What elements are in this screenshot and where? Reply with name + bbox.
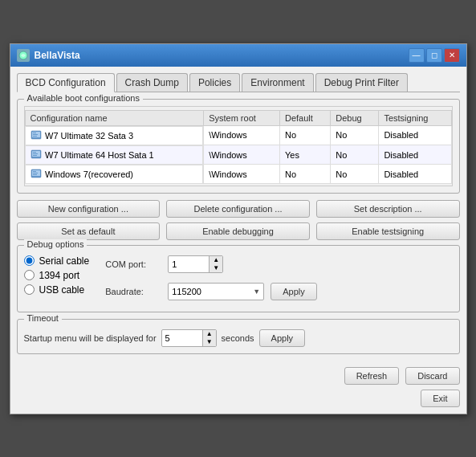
boot-config-label: Available boot configurations xyxy=(24,93,143,103)
title-bar: BellaVista — ◻ ✕ xyxy=(10,44,466,67)
baudrate-select[interactable]: 115200 ▼ xyxy=(168,283,264,300)
set-default-button[interactable]: Set as default xyxy=(17,222,161,240)
config-default: No xyxy=(279,125,330,145)
col-header-sysroot: System root xyxy=(204,110,280,125)
com-port-spinbox[interactable]: ▲ ▼ xyxy=(168,255,223,273)
config-testsigning: Disabled xyxy=(379,125,451,145)
com-port-row: COM port: ▲ ▼ xyxy=(105,255,317,273)
com-port-label: COM port: xyxy=(105,259,161,269)
timeout-group: Timeout Startup menu will be displayed f… xyxy=(17,319,460,354)
connection-type-radio-group: Serial cable 1394 port USB cable xyxy=(24,255,90,296)
boot-config-group: Available boot configurations Configurat… xyxy=(17,99,460,194)
close-button[interactable]: ✕ xyxy=(444,48,460,63)
tab-crash-dump[interactable]: Crash Dump xyxy=(116,73,188,92)
button-row-2: Set as default Enable debugging Enable t… xyxy=(17,222,460,240)
config-debug: No xyxy=(331,125,379,145)
port1394-input[interactable] xyxy=(24,270,35,280)
serial-cable-label: Serial cable xyxy=(39,255,90,267)
main-window: BellaVista — ◻ ✕ BCD Configuration Crash… xyxy=(10,43,467,414)
usb-cable-label: USB cable xyxy=(39,284,85,296)
config-name: Windows 7(recovered) xyxy=(45,169,133,179)
config-name: W7 Ultimate 32 Sata 3 xyxy=(45,131,133,141)
new-configuration-button[interactable]: New configuration ... xyxy=(17,200,161,218)
tab-bar: BCD Configuration Crash Dump Policies En… xyxy=(17,73,460,92)
timeout-down[interactable]: ▼ xyxy=(203,338,216,346)
tab-debug-print[interactable]: Debug Print Filter xyxy=(315,73,408,92)
svg-rect-14 xyxy=(33,173,38,173)
timeout-description: Startup menu will be displayed for xyxy=(24,333,157,343)
debug-options-label: Debug options xyxy=(24,239,87,249)
config-table-container[interactable]: Configuration name System root Default D… xyxy=(24,106,453,186)
timeout-spinbox[interactable]: ▲ ▼ xyxy=(161,329,217,347)
col-header-name: Configuration name xyxy=(25,110,204,125)
delete-configuration-button[interactable]: Delete configuration ... xyxy=(166,200,310,218)
timeout-up[interactable]: ▲ xyxy=(203,330,216,338)
config-testsigning: Disabled xyxy=(379,145,451,165)
button-row-1: New configuration ... Delete configurati… xyxy=(17,200,460,218)
minimize-button[interactable]: — xyxy=(409,48,425,63)
usb-cable-radio[interactable]: USB cable xyxy=(24,284,90,296)
config-sysroot: \Windows xyxy=(204,145,280,165)
com-port-up[interactable]: ▲ xyxy=(210,256,222,264)
svg-rect-3 xyxy=(33,133,36,133)
com-port-spin-btns: ▲ ▼ xyxy=(209,256,222,272)
usb-cable-input[interactable] xyxy=(24,284,35,295)
tab-bcd[interactable]: BCD Configuration xyxy=(17,73,115,92)
config-table: Configuration name System root Default D… xyxy=(25,110,452,185)
set-description-button[interactable]: Set description ... xyxy=(316,200,460,218)
table-row[interactable]: Windows 7(recovered)\WindowsNoNoDisabled xyxy=(25,165,451,184)
discard-button[interactable]: Discard xyxy=(405,367,459,385)
config-debug: No xyxy=(331,165,379,184)
svg-rect-13 xyxy=(33,171,36,172)
timeout-apply-button[interactable]: Apply xyxy=(259,329,306,347)
baudrate-value: 115200 xyxy=(172,287,201,296)
restore-button[interactable]: ◻ xyxy=(426,48,442,63)
baudrate-row: Baudrate: 115200 ▼ Apply xyxy=(105,283,317,300)
timeout-input[interactable] xyxy=(162,330,202,346)
baudrate-apply-button[interactable]: Apply xyxy=(271,283,317,300)
port1394-radio[interactable]: 1394 port xyxy=(24,270,90,281)
table-row[interactable]: W7 Ultimate 64 Host Sata 1\WindowsYesNoD… xyxy=(25,145,451,165)
enable-testsigning-button[interactable]: Enable testsigning xyxy=(316,222,460,240)
svg-rect-4 xyxy=(33,134,38,135)
tab-policies[interactable]: Policies xyxy=(189,73,240,92)
debug-options-group: Debug options Serial cable 1394 port USB… xyxy=(17,245,460,312)
svg-rect-9 xyxy=(33,153,38,154)
timeout-label: Timeout xyxy=(24,313,62,323)
svg-rect-8 xyxy=(33,152,36,153)
svg-rect-10 xyxy=(33,155,37,156)
config-sysroot: \Windows xyxy=(204,125,280,145)
title-controls: — ◻ ✕ xyxy=(409,48,460,63)
port1394-label: 1394 port xyxy=(39,270,80,281)
config-sysroot: \Windows xyxy=(204,165,280,184)
boot-icon xyxy=(31,149,42,161)
timeout-spin-btns: ▲ ▼ xyxy=(202,330,216,346)
svg-rect-5 xyxy=(33,136,37,137)
boot-icon xyxy=(31,168,42,181)
config-testsigning: Disabled xyxy=(379,165,451,184)
tab-environment[interactable]: Environment xyxy=(242,73,313,92)
window-title: BellaVista xyxy=(35,50,80,61)
table-row[interactable]: W7 Ultimate 32 Sata 3\WindowsNoNoDisable… xyxy=(25,125,451,145)
app-icon xyxy=(17,49,30,62)
footer-buttons: Refresh Discard xyxy=(344,367,460,385)
refresh-button[interactable]: Refresh xyxy=(344,367,400,385)
serial-cable-input[interactable] xyxy=(24,255,35,266)
timeout-row: Startup menu will be displayed for ▲ ▼ s… xyxy=(24,329,453,347)
col-header-default: Default xyxy=(279,110,330,125)
com-port-input[interactable] xyxy=(169,256,209,272)
exit-button[interactable]: Exit xyxy=(421,390,459,407)
enable-debugging-button[interactable]: Enable debugging xyxy=(166,222,310,240)
config-debug: No xyxy=(331,145,379,165)
serial-cable-radio[interactable]: Serial cable xyxy=(24,255,90,267)
col-header-testsigning: Testsigning xyxy=(379,110,451,125)
config-name: W7 Ultimate 64 Host Sata 1 xyxy=(45,150,154,160)
title-bar-left: BellaVista xyxy=(17,49,80,62)
baudrate-dropdown-arrow: ▼ xyxy=(253,288,260,296)
boot-icon xyxy=(31,129,42,142)
config-default: No xyxy=(279,165,330,184)
com-port-down[interactable]: ▼ xyxy=(210,264,222,272)
config-default: Yes xyxy=(279,145,330,165)
window-body: BCD Configuration Crash Dump Policies En… xyxy=(10,67,466,414)
port-baud-settings: COM port: ▲ ▼ Baudrate: 115200 xyxy=(105,255,317,305)
